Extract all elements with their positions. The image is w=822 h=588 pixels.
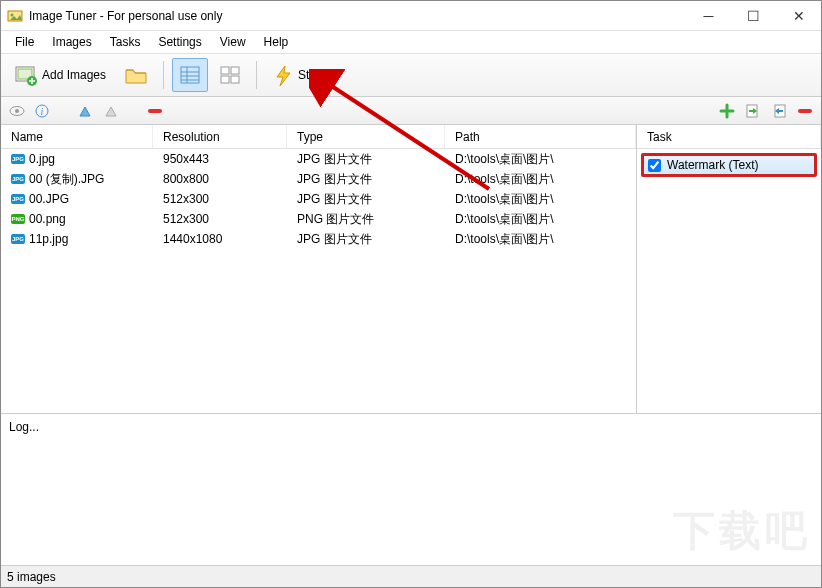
menu-tasks[interactable]: Tasks bbox=[102, 33, 149, 51]
eye-icon[interactable] bbox=[9, 105, 25, 117]
open-folder-button[interactable] bbox=[117, 58, 155, 92]
file-name: 0.jpg bbox=[29, 152, 55, 166]
maximize-button[interactable]: ☐ bbox=[731, 1, 776, 30]
file-resolution: 800x800 bbox=[153, 172, 287, 186]
file-table-header: Name Resolution Type Path bbox=[1, 125, 636, 149]
menu-file[interactable]: File bbox=[7, 33, 42, 51]
toolbar: Add Images Start bbox=[1, 53, 821, 97]
svg-rect-13 bbox=[231, 76, 239, 83]
app-icon bbox=[7, 8, 23, 24]
file-type: JPG 图片文件 bbox=[287, 231, 445, 248]
file-type: JPG 图片文件 bbox=[287, 171, 445, 188]
task-label: Watermark (Text) bbox=[667, 158, 759, 172]
log-label: Log... bbox=[9, 420, 39, 434]
toolbar-separator bbox=[163, 61, 164, 89]
file-path: D:\tools\桌面\图片\ bbox=[445, 191, 636, 208]
export-task-icon[interactable] bbox=[771, 103, 787, 119]
minimize-button[interactable]: ─ bbox=[686, 1, 731, 30]
column-path[interactable]: Path bbox=[445, 125, 636, 148]
file-type: JPG 图片文件 bbox=[287, 191, 445, 208]
svg-rect-12 bbox=[221, 76, 229, 83]
titlebar: Image Tuner - For personal use only ─ ☐ … bbox=[1, 1, 821, 31]
svg-rect-11 bbox=[231, 67, 239, 74]
file-resolution: 512x300 bbox=[153, 192, 287, 206]
svg-point-1 bbox=[11, 13, 14, 16]
column-resolution[interactable]: Resolution bbox=[153, 125, 287, 148]
jpg-file-icon: JPG bbox=[11, 194, 25, 204]
list-view-icon bbox=[179, 64, 201, 86]
table-row[interactable]: JPG00.JPG512x300JPG 图片文件D:\tools\桌面\图片\ bbox=[1, 189, 636, 209]
table-row[interactable]: JPG0.jpg950x443JPG 图片文件D:\tools\桌面\图片\ bbox=[1, 149, 636, 169]
task-item-watermark[interactable]: Watermark (Text) bbox=[641, 153, 817, 177]
task-header: Task bbox=[637, 125, 821, 149]
file-resolution: 950x443 bbox=[153, 152, 287, 166]
window-title: Image Tuner - For personal use only bbox=[29, 9, 686, 23]
file-panel: Name Resolution Type Path JPG0.jpg950x44… bbox=[1, 125, 637, 413]
import-task-icon[interactable] bbox=[745, 103, 761, 119]
jpg-file-icon: JPG bbox=[11, 234, 25, 244]
statusbar: 5 images bbox=[1, 565, 821, 587]
task-checkbox[interactable] bbox=[648, 159, 661, 172]
info-icon[interactable]: i bbox=[35, 104, 49, 118]
png-file-icon: PNG bbox=[11, 214, 25, 224]
column-task[interactable]: Task bbox=[637, 125, 821, 148]
file-path: D:\tools\桌面\图片\ bbox=[445, 211, 636, 228]
remove-task-icon[interactable] bbox=[797, 107, 813, 115]
secondary-toolbar: i bbox=[1, 97, 821, 125]
task-list: Watermark (Text) bbox=[637, 149, 821, 413]
menubar: File Images Tasks Settings View Help bbox=[1, 31, 821, 53]
lightning-icon bbox=[272, 64, 294, 86]
remove-icon[interactable] bbox=[147, 107, 163, 115]
add-images-button[interactable]: Add Images bbox=[7, 58, 113, 92]
add-images-label: Add Images bbox=[42, 68, 106, 82]
file-path: D:\tools\桌面\图片\ bbox=[445, 151, 636, 168]
jpg-file-icon: JPG bbox=[11, 154, 25, 164]
toolbar-separator bbox=[256, 61, 257, 89]
add-images-icon bbox=[14, 63, 38, 87]
view-thumbnails-button[interactable] bbox=[212, 58, 248, 92]
file-name: 00.JPG bbox=[29, 192, 69, 206]
menu-help[interactable]: Help bbox=[256, 33, 297, 51]
menu-view[interactable]: View bbox=[212, 33, 254, 51]
file-resolution: 512x300 bbox=[153, 212, 287, 226]
view-details-button[interactable] bbox=[172, 58, 208, 92]
add-task-icon[interactable] bbox=[719, 103, 735, 119]
file-type: PNG 图片文件 bbox=[287, 211, 445, 228]
svg-rect-10 bbox=[221, 67, 229, 74]
svg-point-15 bbox=[15, 109, 19, 113]
file-resolution: 1440x1080 bbox=[153, 232, 287, 246]
jpg-file-icon: JPG bbox=[11, 174, 25, 184]
rotate-left-icon[interactable] bbox=[77, 104, 93, 118]
svg-rect-18 bbox=[148, 109, 162, 113]
grid-view-icon bbox=[219, 64, 241, 86]
task-panel: Task Watermark (Text) bbox=[637, 125, 821, 413]
svg-rect-21 bbox=[798, 109, 812, 113]
main-area: Name Resolution Type Path JPG0.jpg950x44… bbox=[1, 125, 821, 413]
column-type[interactable]: Type bbox=[287, 125, 445, 148]
start-label: Start bbox=[298, 68, 323, 82]
file-name: 11p.jpg bbox=[29, 232, 68, 246]
file-path: D:\tools\桌面\图片\ bbox=[445, 231, 636, 248]
menu-settings[interactable]: Settings bbox=[150, 33, 209, 51]
svg-text:i: i bbox=[41, 106, 44, 117]
start-button[interactable]: Start bbox=[265, 58, 330, 92]
svg-rect-5 bbox=[181, 67, 199, 83]
table-row[interactable]: PNG00.png512x300PNG 图片文件D:\tools\桌面\图片\ bbox=[1, 209, 636, 229]
file-path: D:\tools\桌面\图片\ bbox=[445, 171, 636, 188]
file-name: 00 (复制).JPG bbox=[29, 171, 104, 188]
close-button[interactable]: ✕ bbox=[776, 1, 821, 30]
menu-images[interactable]: Images bbox=[44, 33, 99, 51]
file-type: JPG 图片文件 bbox=[287, 151, 445, 168]
file-list[interactable]: JPG0.jpg950x443JPG 图片文件D:\tools\桌面\图片\JP… bbox=[1, 149, 636, 413]
table-row[interactable]: JPG11p.jpg1440x1080JPG 图片文件D:\tools\桌面\图… bbox=[1, 229, 636, 249]
table-row[interactable]: JPG00 (复制).JPG800x800JPG 图片文件D:\tools\桌面… bbox=[1, 169, 636, 189]
column-name[interactable]: Name bbox=[1, 125, 153, 148]
folder-icon bbox=[124, 63, 148, 87]
file-name: 00.png bbox=[29, 212, 66, 226]
log-panel: Log... bbox=[1, 413, 821, 561]
status-text: 5 images bbox=[7, 570, 56, 584]
rotate-right-icon[interactable] bbox=[103, 104, 119, 118]
